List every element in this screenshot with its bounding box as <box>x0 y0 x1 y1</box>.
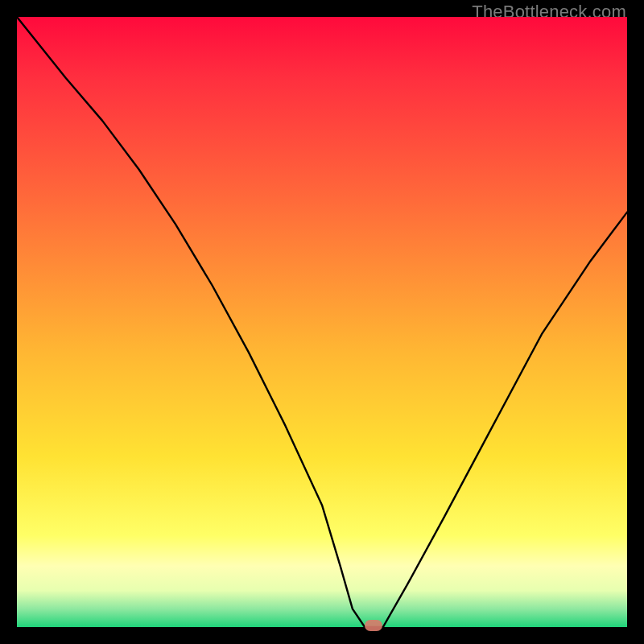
plot-area <box>17 17 627 627</box>
bottleneck-curve <box>17 17 627 627</box>
chart-frame: TheBottleneck.com <box>0 0 644 644</box>
optimal-point-marker <box>365 620 382 631</box>
curve-path <box>17 17 627 627</box>
